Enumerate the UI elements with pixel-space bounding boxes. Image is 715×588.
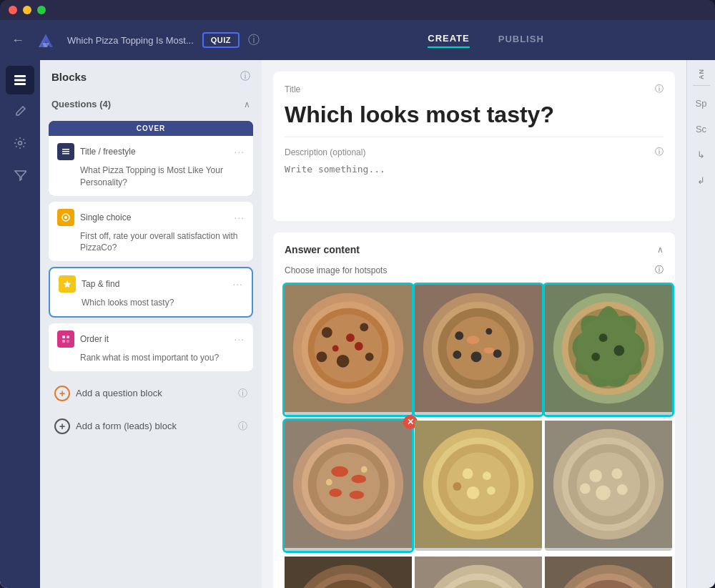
blocks-panel-info-icon[interactable]: ⓘ xyxy=(240,70,250,83)
question-4-icon xyxy=(59,275,76,293)
back-button[interactable]: ← xyxy=(11,33,24,48)
svg-rect-14 xyxy=(66,335,69,338)
description-info-icon[interactable]: ⓘ xyxy=(655,146,664,158)
pizza-cell-5[interactable] xyxy=(415,421,542,551)
pizza-image-9 xyxy=(545,557,672,588)
svg-point-60 xyxy=(361,466,368,473)
pizza-cell-8[interactable] xyxy=(415,557,542,588)
answer-section-title: Answer content xyxy=(285,244,360,255)
svg-point-26 xyxy=(317,352,327,363)
quiz-info-icon[interactable]: ⓘ xyxy=(248,33,260,48)
pizza-cell-1[interactable] xyxy=(285,285,412,415)
right-panel-icon-sp[interactable]: Sp xyxy=(690,92,713,114)
svg-point-28 xyxy=(332,346,339,352)
add-question-info-icon[interactable]: ⓘ xyxy=(238,387,247,400)
question-card-1[interactable]: Single choice ··· First off, rate your o… xyxy=(49,202,253,262)
question-4-more[interactable]: ··· xyxy=(232,278,243,290)
cover-label: COVER xyxy=(49,121,253,136)
pizza-cell-7[interactable] xyxy=(285,557,412,588)
svg-point-66 xyxy=(463,469,473,479)
pizza-image-7 xyxy=(285,557,412,588)
questions-section: Questions (4) ∧ COVER xyxy=(40,93,262,588)
svg-point-79 xyxy=(617,484,628,495)
hotspot-label: Choose image for hotspots ⓘ xyxy=(285,264,664,276)
tap-find-icon xyxy=(63,280,72,288)
svg-point-48 xyxy=(613,346,624,356)
question-0-label: Title / freestyle xyxy=(80,147,228,157)
add-form-button[interactable]: + Add a form (leads) block ⓘ xyxy=(49,410,253,443)
question-5-more[interactable]: ··· xyxy=(234,333,245,345)
questions-header: Questions (4) ∧ xyxy=(49,93,253,115)
right-panel-icon-arrow1[interactable]: ↳ xyxy=(690,143,713,166)
svg-rect-7 xyxy=(62,149,69,150)
question-1-icon xyxy=(57,209,74,226)
title-info-icon[interactable]: ⓘ xyxy=(655,83,664,95)
svg-point-55 xyxy=(331,466,348,477)
question-0-icon xyxy=(57,143,74,160)
svg-point-77 xyxy=(611,469,622,479)
pizza-image-4 xyxy=(285,421,412,548)
pizza-cell-4[interactable]: ✕ xyxy=(285,421,412,551)
svg-rect-4 xyxy=(14,79,26,82)
questions-collapse-icon[interactable]: ∧ xyxy=(244,99,250,109)
question-0-text: What Pizza Topping is Most Like Your Per… xyxy=(57,165,245,189)
right-panel-divider xyxy=(693,85,710,86)
svg-point-76 xyxy=(589,470,602,483)
add-question-button[interactable]: + Add a question block ⓘ xyxy=(49,377,253,410)
pizza-image-5 xyxy=(415,421,542,548)
question-1-label: Single choice xyxy=(80,212,228,222)
answer-collapse-icon[interactable]: ∧ xyxy=(657,245,664,255)
single-choice-icon xyxy=(61,213,70,222)
svg-point-58 xyxy=(349,491,364,499)
pizza-cell-6[interactable] xyxy=(545,421,672,551)
title-input[interactable] xyxy=(285,101,664,128)
svg-rect-8 xyxy=(62,151,69,152)
question-card-5[interactable]: Order it ··· Rank what is most important… xyxy=(49,323,253,371)
question-1-more[interactable]: ··· xyxy=(234,212,245,223)
right-panel-icon-sc[interactable]: Sc xyxy=(690,117,713,140)
gear-icon xyxy=(14,137,26,150)
add-form-info-icon[interactable]: ⓘ xyxy=(238,420,247,433)
question-card-4[interactable]: Tap & find ··· Which looks most tasty? xyxy=(49,267,253,318)
pizza-cell-3[interactable] xyxy=(545,285,672,415)
svg-rect-5 xyxy=(14,83,26,85)
svg-point-39 xyxy=(453,351,461,359)
maximize-button[interactable] xyxy=(37,6,46,14)
sidebar-icon-settings[interactable] xyxy=(6,129,34,157)
svg-rect-9 xyxy=(62,153,69,155)
svg-point-78 xyxy=(596,486,611,501)
question-0-more[interactable]: ··· xyxy=(234,146,245,157)
svg-point-11 xyxy=(64,216,67,219)
blocks-panel-title: Blocks xyxy=(51,71,87,83)
question-1-text: First off, rate your overall satisfactio… xyxy=(57,230,245,255)
sidebar-icon-blocks[interactable] xyxy=(6,66,34,94)
tab-publish[interactable]: PUBLISH xyxy=(498,33,544,48)
answer-section: Answer content ∧ Choose image for hotspo… xyxy=(273,232,675,588)
right-panel-icon-arrow2[interactable]: ↲ xyxy=(690,169,713,192)
svg-point-23 xyxy=(360,323,368,332)
svg-rect-3 xyxy=(14,75,26,77)
title-bar xyxy=(0,0,715,20)
cover-inner: Title / freestyle ··· What Pizza Topping… xyxy=(49,136,253,196)
question-card-0[interactable]: Title / freestyle ··· What Pizza Topping… xyxy=(49,136,253,196)
minimize-button[interactable] xyxy=(23,6,31,14)
svg-rect-16 xyxy=(66,340,69,343)
sidebar-icon-pencil[interactable] xyxy=(6,97,34,126)
hotspot-info-icon[interactable]: ⓘ xyxy=(655,264,664,276)
pizza-cell-9[interactable] xyxy=(545,557,672,588)
question-5-label: Order it xyxy=(80,334,228,344)
add-form-label: Add a form (leads) block xyxy=(76,421,177,431)
pizza-cell-2[interactable] xyxy=(415,285,542,415)
header: ← Which Pizza Topping Is Most... QUIZ ⓘ … xyxy=(0,20,715,60)
description-input[interactable] xyxy=(285,164,664,207)
header-nav: CREATE PUBLISH xyxy=(268,33,704,48)
svg-point-29 xyxy=(355,342,363,351)
cover-card: COVER Titl xyxy=(49,121,253,196)
close-button[interactable] xyxy=(9,6,17,14)
sidebar-icon-filter[interactable] xyxy=(6,160,34,189)
svg-point-38 xyxy=(493,350,502,358)
title-section: Title ⓘ Description (optional) ⓘ xyxy=(273,72,675,221)
tab-create[interactable]: CREATE xyxy=(428,33,469,48)
questions-label: Questions (4) xyxy=(51,99,111,109)
pizza-image-3 xyxy=(545,285,672,412)
